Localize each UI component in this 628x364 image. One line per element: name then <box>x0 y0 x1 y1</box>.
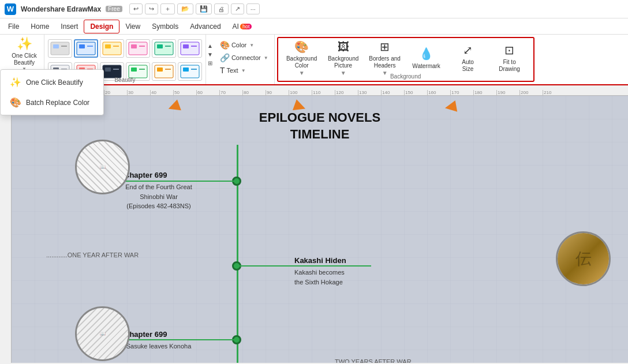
svg-rect-0 <box>51 42 69 55</box>
ruler-mark-20: 20 <box>104 90 110 95</box>
menu-file[interactable]: File <box>2 20 25 33</box>
beautify-style-1[interactable] <box>48 39 72 58</box>
ruler-mark-120: 120 <box>335 90 343 95</box>
menu-insert[interactable]: Insert <box>55 20 84 33</box>
canvas-background[interactable]: -20 -10 0 10 20 30 40 50 60 70 80 90 100… <box>0 85 628 363</box>
color-arrow: ▼ <box>249 43 254 48</box>
connector-label: Connector <box>231 54 261 61</box>
svg-rect-13 <box>157 44 163 48</box>
color-button[interactable]: 🎨 Color ▼ <box>218 39 256 51</box>
kakashi-desc: Kakashi becomesthe Sixth Hokage <box>294 268 345 287</box>
beautify-grid <box>48 37 202 58</box>
auto-size-icon: ⤢ <box>463 43 473 58</box>
open-button[interactable]: 📂 <box>177 3 193 14</box>
redo-button[interactable]: ↪ <box>145 3 158 14</box>
one-click-beautify-menu-item[interactable]: ✨ One Click Beautify <box>1 72 103 92</box>
background-picture-icon: 🖼 <box>338 39 349 54</box>
svg-rect-15 <box>181 42 199 55</box>
save-button[interactable]: 💾 <box>196 3 212 14</box>
expand-button[interactable]: ⊞ <box>208 60 212 66</box>
svg-rect-3 <box>77 42 95 55</box>
menu-home[interactable]: Home <box>25 20 55 33</box>
svg-rect-24 <box>103 65 121 78</box>
watermark-label: Watermark <box>412 62 440 70</box>
borders-headers-button[interactable]: ⊞ Borders andHeaders ▼ <box>365 40 405 75</box>
connector-left-1 <box>124 181 237 182</box>
new-button[interactable]: ＋ <box>160 3 175 14</box>
background-color-button[interactable]: 🎨 BackgroundColor ▼ <box>282 40 322 75</box>
svg-rect-27 <box>129 65 147 78</box>
chapter699-label-2: Chapter 699 <box>124 330 167 339</box>
more-button[interactable]: ··· <box>246 3 260 14</box>
menu-advanced[interactable]: Advanced <box>184 20 226 33</box>
fit-drawing-icon: ⊡ <box>504 43 514 58</box>
kakashi-hiden-label: Kakashi Hiden <box>294 256 346 265</box>
desc-1: End of the Fourth GreatShinobhi War(Epis… <box>113 182 205 211</box>
one-year-text: ............ONE YEAR AFTER WAR <box>46 252 139 258</box>
ruler-mark-60: 60 <box>196 90 203 95</box>
timeline-title: EPILOGUE NOVELS TIMELINE <box>259 110 380 142</box>
menu-design[interactable]: Design <box>84 20 119 33</box>
scroll-down-button[interactable]: ▼ <box>207 51 213 58</box>
manga-image-1: 📖 <box>77 141 128 193</box>
svg-rect-28 <box>131 67 137 72</box>
manga-image-2: 伝 <box>558 233 609 284</box>
ribbon-scroll-arrows: ▲ ▼ ⊞ <box>206 35 214 84</box>
background-picture-label: BackgroundPicture <box>328 55 358 69</box>
text-arrow: ▼ <box>241 68 246 73</box>
undo-button[interactable]: ↩ <box>129 3 143 14</box>
fit-drawing-label: Fit toDrawing <box>499 59 520 73</box>
watermark-icon: 💧 <box>419 46 433 61</box>
menu-view[interactable]: View <box>119 20 146 33</box>
ruler-mark-100: 100 <box>289 90 297 95</box>
text-button[interactable]: T Text ▼ <box>218 65 248 76</box>
svg-rect-30 <box>155 65 173 78</box>
svg-rect-10 <box>131 44 137 48</box>
connector-button[interactable]: 🔗 Connector ▼ <box>218 52 271 63</box>
connector-icon: 🔗 <box>220 53 230 62</box>
beautify-style-5[interactable] <box>152 39 176 58</box>
beautify-style-3[interactable] <box>100 39 124 58</box>
manga-circle-2: 伝 <box>556 231 611 286</box>
background-picture-button[interactable]: 🖼 BackgroundPicture ▼ <box>323 40 364 75</box>
one-click-beautify-button[interactable]: ✨ One ClickBeautify ▼ <box>6 37 43 72</box>
svg-rect-34 <box>183 67 189 72</box>
one-click-beautify-label: One ClickBeautify <box>12 52 36 66</box>
connector-left-2 <box>124 339 237 340</box>
chapter699-label-1: Chapter 699 <box>124 171 167 179</box>
ruler-mark-130: 130 <box>358 90 367 95</box>
beautify-style-4[interactable] <box>126 39 150 58</box>
title-line2: TIMELINE <box>290 127 350 141</box>
svg-rect-25 <box>105 67 111 72</box>
auto-size-button[interactable]: ⤢ AutoSize <box>448 40 488 75</box>
ruler-mark-160: 160 <box>427 90 436 95</box>
content-wrapper: -20 -10 0 10 20 30 40 50 60 70 80 90 100… <box>0 85 628 363</box>
menu-ai[interactable]: AI hot <box>227 20 258 33</box>
ruler-mark-110: 110 <box>312 90 320 95</box>
ruler-mark-70: 70 <box>219 90 226 95</box>
ruler-mark-50: 50 <box>173 90 180 95</box>
svg-rect-7 <box>105 44 111 48</box>
print-button[interactable]: 🖨 <box>214 3 229 14</box>
connector-arrow: ▼ <box>264 55 268 61</box>
svg-rect-16 <box>183 44 189 48</box>
menu-symbols[interactable]: Symbols <box>146 20 184 33</box>
ruler-mark-210: 210 <box>543 90 551 95</box>
batch-replace-color-label: Batch Replace Color <box>26 99 89 107</box>
beautify-style-2[interactable] <box>74 39 98 58</box>
borders-icon: ⊞ <box>380 39 390 54</box>
app-badge: Free <box>106 6 122 12</box>
watermark-button[interactable]: 💧 Watermark <box>406 40 447 75</box>
manga-circle-3: 📖 <box>75 306 130 361</box>
batch-replace-color-menu-item[interactable]: 🎨 Batch Replace Color <box>1 92 103 112</box>
beautify-style-6[interactable] <box>178 39 202 58</box>
canvas-paper[interactable]: ◀ ▶ ◀ EPILOGUE NOVELS TIMELINE Chapter 6… <box>12 96 628 363</box>
export-button[interactable]: ↗ <box>231 3 244 14</box>
svg-rect-31 <box>157 67 163 72</box>
ruler-mark-200: 200 <box>519 90 528 95</box>
ruler-mark-190: 190 <box>496 90 505 95</box>
ribbon-color-section: 🎨 Color ▼ 🔗 Connector ▼ T Text ▼ <box>214 35 275 84</box>
manga-circle-1: 📖 <box>75 140 130 194</box>
fit-drawing-button[interactable]: ⊡ Fit toDrawing <box>489 40 530 75</box>
scroll-up-button[interactable]: ▲ <box>207 43 213 49</box>
